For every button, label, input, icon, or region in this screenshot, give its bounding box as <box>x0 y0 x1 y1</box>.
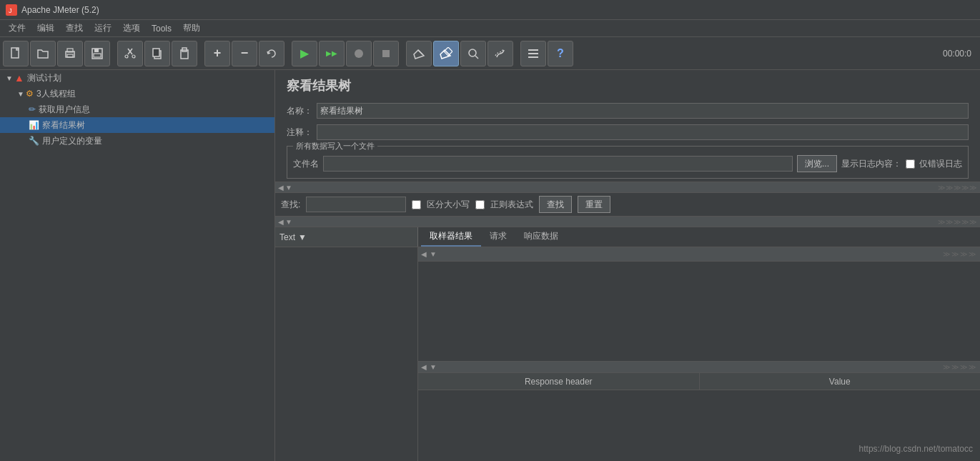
print-button[interactable] <box>57 41 83 66</box>
errors-only-checkbox[interactable] <box>906 159 915 169</box>
toolbar-sep-1 <box>112 41 116 66</box>
toolbar-sep-3 <box>286 41 290 66</box>
result-list <box>275 247 417 461</box>
svg-rect-26 <box>528 53 538 54</box>
divider2-arrow-left: ◀ <box>278 218 284 226</box>
filename-input[interactable] <box>323 156 793 172</box>
svg-point-12 <box>132 55 135 58</box>
split-container: Text ▼ 取样器结果 请求 响应数据 <box>275 227 980 461</box>
col-value: Value <box>700 373 981 390</box>
tree-arrow-thread-group: ▼ <box>17 90 24 98</box>
result-list-panel: Text ▼ <box>275 227 418 461</box>
shutdown-button[interactable] <box>373 41 399 66</box>
thread-group-icon: ⚙ <box>26 89 34 99</box>
search-toolbar-button[interactable] <box>460 41 486 66</box>
top-pane: ◀ ▼ ≫≫≫≫ <box>418 247 980 362</box>
text-dropdown[interactable]: Text ▼ <box>275 227 418 247</box>
reset-search-button[interactable]: 重置 <box>578 196 610 213</box>
divider-2: ◀ ▼ ≫≫≫≫≫ <box>275 216 980 227</box>
svg-text:J: J <box>9 7 12 14</box>
divider-arrow-down: ▼ <box>285 184 292 192</box>
remove-button[interactable]: − <box>232 41 257 66</box>
svg-marker-21 <box>440 50 450 59</box>
start-no-pauses-button[interactable]: ▶▶ <box>319 41 345 66</box>
menu-bar: 文件 编辑 查找 运行 选项 Tools 帮助 <box>0 20 980 37</box>
test-plan-icon: ▲ <box>14 72 24 84</box>
clear-all-button[interactable] <box>433 41 459 66</box>
tree-button[interactable] <box>520 41 546 66</box>
toolbar-sep-5 <box>515 41 519 66</box>
watermark: https://blog.csdn.net/tomatocc <box>859 444 973 454</box>
name-row: 名称： <box>275 100 980 122</box>
menu-help[interactable]: 帮助 <box>177 21 206 36</box>
svg-rect-5 <box>67 54 73 57</box>
new-button[interactable] <box>3 41 29 66</box>
svg-point-23 <box>469 49 476 56</box>
divider2-dots: ≫≫≫≫≫ <box>938 218 977 226</box>
log-button[interactable] <box>487 41 513 66</box>
menu-options[interactable]: 选项 <box>117 21 146 36</box>
tab-sampler-result[interactable]: 取样器结果 <box>421 227 481 247</box>
stop-button[interactable] <box>346 41 372 66</box>
menu-tools[interactable]: Tools <box>146 22 177 35</box>
search-row: 查找: 区分大小写 正则表达式 查找 重置 <box>275 193 980 216</box>
case-sensitive-label: 区分大小写 <box>427 199 470 211</box>
tabs-row: 取样器结果 请求 响应数据 <box>418 227 980 247</box>
tab-request[interactable]: 请求 <box>481 227 515 247</box>
save-button[interactable] <box>84 41 110 66</box>
help-button[interactable]: ? <box>548 41 573 66</box>
divider-1: ◀ ▼ ≫≫≫≫≫ <box>275 182 980 193</box>
menu-edit[interactable]: 编辑 <box>31 21 60 36</box>
svg-line-20 <box>418 50 422 54</box>
name-input[interactable] <box>317 103 969 119</box>
clear-button[interactable] <box>406 41 432 66</box>
log-content-label: 显示日志内容： <box>841 158 901 170</box>
comment-label: 注释： <box>287 127 312 139</box>
tree-item-thread-group[interactable]: ▼ ⚙ 3人线程组 <box>0 86 274 101</box>
open-button[interactable] <box>30 41 56 66</box>
svg-rect-18 <box>382 50 390 57</box>
text-dropdown-label: Text <box>279 232 295 242</box>
comment-input[interactable] <box>317 124 969 140</box>
errors-only-label: 仅错误日志 <box>919 158 962 170</box>
menu-run[interactable]: 运行 <box>89 21 117 36</box>
view-result-tree-icon: 📊 <box>29 120 39 130</box>
dropdown-arrow-icon: ▼ <box>298 232 307 242</box>
tree-label-user-vars: 用户定义的变量 <box>42 135 102 147</box>
browse-button[interactable]: 浏览... <box>797 155 837 172</box>
time-display: 00:00:0 <box>943 49 977 59</box>
case-sensitive-checkbox[interactable] <box>412 200 421 209</box>
filename-label: 文件名 <box>293 158 319 170</box>
panel-title: 察看结果树 <box>275 70 980 100</box>
cut-button[interactable] <box>117 41 143 66</box>
tree-label-view-result-tree: 察看结果树 <box>42 119 85 132</box>
find-button[interactable]: 查找 <box>539 196 572 213</box>
main-content: ▼ ▲ 测试计划 ▼ ⚙ 3人线程组 ✏ 获取用户信息 📊 察看结果树 🔧 用户… <box>0 70 980 461</box>
reset-button[interactable] <box>259 41 284 66</box>
tree-label-get-user-info: 获取用户信息 <box>39 104 90 116</box>
toolbar-sep-2 <box>199 41 203 66</box>
tree-item-test-plan[interactable]: ▼ ▲ 测试计划 <box>0 70 274 86</box>
search-input[interactable] <box>306 197 406 212</box>
tree-item-view-result-tree[interactable]: 📊 察看结果树 <box>0 117 274 133</box>
tree-item-user-vars[interactable]: 🔧 用户定义的变量 <box>0 133 274 149</box>
tree-item-get-user-info[interactable]: ✏ 获取用户信息 <box>0 101 274 117</box>
toolbar: + − ▶ ▶▶ ? 00:00:0 <box>0 37 980 70</box>
menu-file[interactable]: 文件 <box>3 21 31 36</box>
user-vars-icon: 🔧 <box>29 136 39 146</box>
svg-rect-8 <box>94 54 101 57</box>
paste-button[interactable] <box>172 41 197 66</box>
svg-line-24 <box>475 56 478 59</box>
add-button[interactable]: + <box>204 41 230 66</box>
tab-response-data[interactable]: 响应数据 <box>515 227 567 247</box>
regex-checkbox[interactable] <box>475 200 485 209</box>
copy-button[interactable] <box>144 41 170 66</box>
file-section: 所有数据写入一个文件 文件名 浏览... 显示日志内容： 仅错误日志 <box>287 146 969 179</box>
svg-rect-14 <box>153 49 159 56</box>
regex-label: 正则表达式 <box>490 199 533 211</box>
start-button[interactable]: ▶ <box>292 41 317 66</box>
tree-label-test-plan: 测试计划 <box>27 72 61 84</box>
tree-label-thread-group: 3人线程组 <box>36 88 76 100</box>
menu-find[interactable]: 查找 <box>60 21 89 36</box>
text-dropdown-row: Text ▼ <box>275 227 417 247</box>
